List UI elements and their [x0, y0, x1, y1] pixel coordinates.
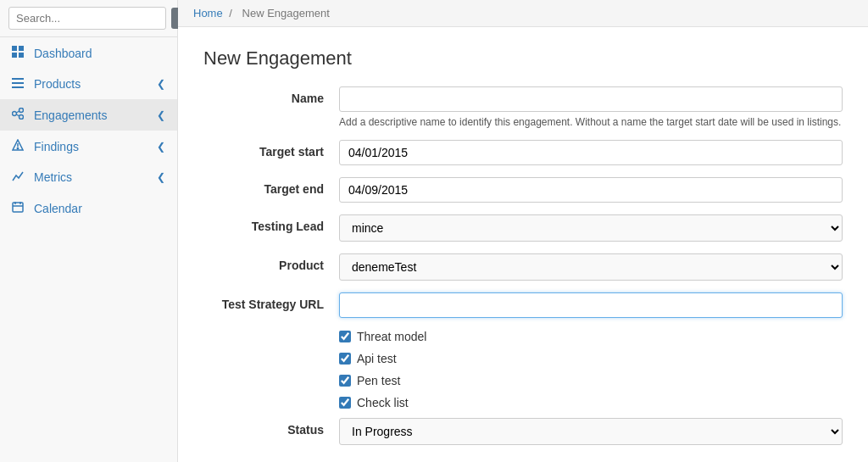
testing-lead-select[interactable]: mince	[339, 214, 843, 242]
target-end-field	[339, 177, 843, 203]
sidebar-item-products[interactable]: Products ❮	[0, 69, 177, 99]
svg-rect-6	[12, 86, 24, 88]
name-hint: Add a descriptive name to identify this …	[339, 116, 843, 128]
status-field: In Progress	[339, 418, 843, 445]
sidebar-item-calendar[interactable]: Calendar	[0, 192, 177, 224]
svg-rect-4	[12, 78, 24, 80]
svg-rect-2	[12, 53, 17, 58]
name-row: Name Add a descriptive name to identify …	[203, 86, 843, 128]
target-start-field	[339, 140, 843, 165]
name-input[interactable]	[339, 86, 843, 112]
checkbox-api-test: Api test	[203, 352, 843, 365]
test-strategy-label: Test Strategy URL	[203, 292, 339, 311]
calendar-icon	[12, 201, 27, 215]
product-field: denemeTest	[339, 253, 843, 281]
svg-point-14	[17, 148, 18, 148]
engagements-icon	[12, 108, 27, 122]
svg-line-10	[16, 111, 19, 113]
chevron-icon: ❮	[157, 78, 165, 90]
breadcrumb: Home / New Engagement	[178, 0, 868, 27]
test-strategy-input[interactable]	[339, 292, 843, 318]
test-strategy-row: Test Strategy URL	[203, 292, 843, 318]
checkbox-check-list: Check list	[203, 396, 843, 409]
svg-rect-1	[19, 46, 24, 51]
svg-line-11	[16, 114, 19, 116]
status-label: Status	[203, 418, 339, 437]
sidebar-item-dashboard[interactable]: Dashboard	[0, 37, 177, 69]
breadcrumb-current: New Engagement	[242, 7, 330, 19]
form-container: New Engagement Name Add a descriptive na…	[178, 27, 868, 462]
sidebar-item-label: Findings	[34, 140, 157, 153]
findings-icon	[12, 139, 27, 153]
metrics-icon	[12, 170, 27, 184]
sidebar-item-findings[interactable]: Findings ❮	[0, 131, 177, 162]
name-field: Add a descriptive name to identify this …	[339, 86, 843, 128]
sidebar-item-label: Metrics	[34, 170, 157, 184]
sidebar-item-label: Engagements	[34, 109, 157, 122]
breadcrumb-separator: /	[229, 7, 232, 19]
product-label: Product	[203, 253, 339, 272]
dashboard-icon	[12, 46, 27, 60]
main-content: Home / New Engagement New Engagement Nam…	[178, 0, 868, 462]
name-label: Name	[203, 86, 339, 105]
testing-lead-label: Testing Lead	[203, 214, 339, 233]
search-bar: 🔍	[0, 0, 177, 37]
search-input[interactable]	[8, 7, 166, 30]
sidebar-item-engagements[interactable]: Engagements ❮	[0, 99, 177, 131]
check-list-label: Check list	[357, 396, 409, 409]
testing-lead-row: Testing Lead mince	[203, 214, 843, 242]
svg-rect-0	[12, 46, 17, 51]
svg-rect-5	[12, 82, 24, 84]
sidebar-item-label: Calendar	[34, 202, 165, 215]
target-end-label: Target end	[203, 177, 339, 196]
status-row: Status In Progress	[203, 418, 843, 445]
check-list-checkbox[interactable]	[339, 397, 351, 409]
target-start-label: Target start	[203, 140, 339, 159]
product-select[interactable]: denemeTest	[339, 253, 843, 281]
target-start-row: Target start	[203, 140, 843, 165]
sidebar: 🔍 Dashboard Products ❮ Engagements ❮ Fin…	[0, 0, 178, 462]
checkbox-threat-model: Threat model	[203, 330, 843, 343]
pen-test-label: Pen test	[357, 374, 400, 387]
svg-rect-3	[19, 53, 24, 58]
chevron-icon: ❮	[157, 171, 165, 183]
target-end-input[interactable]	[339, 177, 843, 203]
target-start-input[interactable]	[339, 140, 843, 165]
test-strategy-field	[339, 292, 843, 318]
svg-point-9	[19, 115, 24, 120]
products-icon	[12, 77, 27, 91]
threat-model-checkbox[interactable]	[339, 331, 351, 342]
svg-point-7	[13, 112, 17, 116]
chevron-icon: ❮	[157, 109, 165, 121]
product-row: Product denemeTest	[203, 253, 843, 281]
page-title: New Engagement	[203, 47, 843, 70]
sidebar-item-label: Dashboard	[34, 47, 165, 60]
api-test-label: Api test	[357, 352, 397, 365]
svg-point-8	[19, 109, 24, 113]
checkbox-pen-test: Pen test	[203, 374, 843, 387]
sidebar-item-label: Products	[34, 77, 157, 91]
svg-rect-15	[13, 203, 23, 212]
threat-model-label: Threat model	[357, 330, 426, 343]
sidebar-item-metrics[interactable]: Metrics ❮	[0, 162, 177, 192]
api-test-checkbox[interactable]	[339, 353, 351, 365]
chevron-icon: ❮	[157, 141, 165, 153]
status-select[interactable]: In Progress	[339, 418, 843, 445]
pen-test-checkbox[interactable]	[339, 375, 351, 387]
testing-lead-field: mince	[339, 214, 843, 242]
target-end-row: Target end	[203, 177, 843, 203]
breadcrumb-home[interactable]: Home	[193, 7, 223, 19]
